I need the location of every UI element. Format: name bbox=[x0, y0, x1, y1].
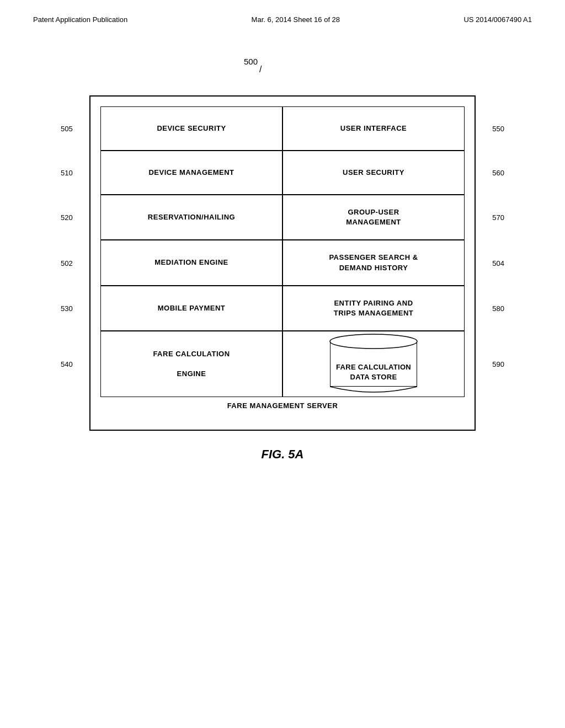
row-2: 510 DEVICE MANAGEMENT USER SECURITY 560 bbox=[100, 151, 465, 195]
cell-device-management: DEVICE MANAGEMENT bbox=[100, 151, 282, 195]
header-publication: Patent Application Publication bbox=[33, 15, 127, 24]
cell-entity-pairing: ENTITY PAIRING ANDTRIPS MANAGEMENT bbox=[282, 286, 465, 331]
row5-right-label: 580 bbox=[492, 304, 504, 312]
cell-mobile-payment: MOBILE PAYMENT bbox=[100, 286, 282, 331]
cell-device-security: DEVICE SECURITY bbox=[100, 106, 282, 151]
row4-left-label: 502 bbox=[61, 259, 73, 267]
diagram-arrow: / bbox=[259, 65, 262, 74]
outer-box-label: FARE MANAGEMENT SERVER bbox=[100, 402, 465, 410]
cell-user-interface: USER INTERFACE bbox=[282, 106, 465, 151]
fare-right-label: 590 bbox=[492, 360, 504, 368]
cylinder-shape: FARE CALCULATION DATA STORE bbox=[329, 334, 418, 394]
cell-group-user-management: GROUP-USERMANAGEMENT bbox=[282, 195, 465, 240]
row4-right-label: 504 bbox=[492, 259, 504, 267]
header-date-sheet: Mar. 6, 2014 Sheet 16 of 28 bbox=[252, 15, 340, 24]
cell-fare-calculation-engine: FARE CALCULATION ENGINE bbox=[100, 331, 282, 397]
cell-user-security: USER SECURITY bbox=[282, 151, 465, 195]
row-1: 505 DEVICE SECURITY USER INTERFACE 550 bbox=[100, 106, 465, 151]
header-patent-number: US 2014/0067490 A1 bbox=[463, 15, 532, 24]
cell-mediation-engine: MEDIATION ENGINE bbox=[100, 240, 282, 285]
row1-left-label: 505 bbox=[61, 125, 73, 133]
fig-label: FIG. 5A bbox=[89, 447, 476, 462]
row-5: 530 MOBILE PAYMENT ENTITY PAIRING ANDTRI… bbox=[100, 286, 465, 331]
cell-fare-calculation-data-store: FARE CALCULATION DATA STORE bbox=[282, 331, 465, 397]
page-header: Patent Application Publication Mar. 6, 2… bbox=[0, 0, 565, 24]
row3-right-label: 570 bbox=[492, 213, 504, 222]
rows-container: 505 DEVICE SECURITY USER INTERFACE 550 5… bbox=[100, 106, 465, 397]
diagram-area: 500 / 505 DEVICE SECURITY USER INTERFACE… bbox=[89, 57, 476, 462]
diagram-number: 500 bbox=[244, 57, 258, 66]
row5-left-label: 530 bbox=[61, 304, 73, 312]
row-3: 520 RESERVATION/HAILING GROUP-USERMANAGE… bbox=[100, 195, 465, 240]
row-4: 502 MEDIATION ENGINE PASSENGER SEARCH &D… bbox=[100, 240, 465, 285]
row2-left-label: 510 bbox=[61, 169, 73, 177]
cell-passenger-search: PASSENGER SEARCH &DEMAND HISTORY bbox=[282, 240, 465, 285]
row3-left-label: 520 bbox=[61, 213, 73, 222]
fare-row: 540 FARE CALCULATION ENGINE bbox=[100, 331, 465, 397]
outer-box: 505 DEVICE SECURITY USER INTERFACE 550 5… bbox=[89, 95, 476, 431]
cell-reservation-hailing: RESERVATION/HAILING bbox=[100, 195, 282, 240]
row1-right-label: 550 bbox=[492, 125, 504, 133]
row2-right-label: 560 bbox=[492, 169, 504, 177]
cylinder-bottom-svg bbox=[329, 387, 418, 394]
cylinder-text: FARE CALCULATION DATA STORE bbox=[329, 362, 418, 382]
fare-left-label: 540 bbox=[61, 360, 73, 368]
